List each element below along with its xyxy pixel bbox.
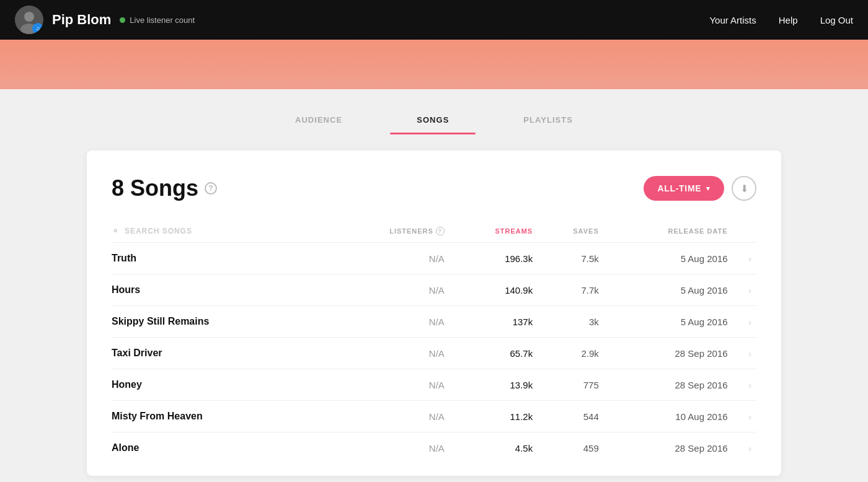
listeners-help-icon[interactable]: ? xyxy=(436,227,445,235)
song-release-date: 5 Aug 2016 xyxy=(604,306,733,338)
avatar: ♫ xyxy=(15,6,43,34)
header-nav: Your Artists Help Log Out xyxy=(709,15,853,25)
song-name: Truth xyxy=(112,243,329,274)
tabs-bar: AUDIENCE SONGS PLAYLISTS xyxy=(0,89,868,133)
song-listeners: N/A xyxy=(329,274,450,306)
song-streams: 137k xyxy=(450,306,538,338)
song-listeners: N/A xyxy=(329,338,450,369)
artist-name: Pip Blom xyxy=(52,12,111,28)
song-row-arrow[interactable]: › xyxy=(733,306,756,338)
chevron-right-icon: › xyxy=(748,349,751,359)
search-input[interactable] xyxy=(125,227,224,235)
live-status: Live listener count xyxy=(120,15,195,25)
song-row-arrow[interactable]: › xyxy=(733,243,756,274)
song-streams: 11.2k xyxy=(450,401,538,432)
header-left: ♫ Pip Blom Live listener count xyxy=(15,6,195,34)
search-wrap: ⚬ xyxy=(112,226,324,236)
song-listeners: N/A xyxy=(329,369,450,401)
song-name: Alone xyxy=(112,432,329,464)
song-row-arrow[interactable]: › xyxy=(733,338,756,369)
chevron-right-icon: › xyxy=(748,254,751,264)
song-release-date: 5 Aug 2016 xyxy=(604,274,733,306)
table-row[interactable]: Taxi Driver N/A 65.7k 2.9k 28 Sep 2016 › xyxy=(112,338,756,369)
song-saves: 459 xyxy=(538,432,604,464)
song-streams: 140.9k xyxy=(450,274,538,306)
col-listeners-header: LISTENERS ? xyxy=(329,220,450,243)
song-name: Taxi Driver xyxy=(112,338,329,369)
song-release-date: 10 Aug 2016 xyxy=(604,401,733,432)
songs-count-title: 8 Songs xyxy=(112,175,198,201)
songs-card: 8 Songs ? ALL-TIME ▾ ⬇ ⚬ xyxy=(87,151,781,476)
song-saves: 3k xyxy=(538,306,604,338)
tab-audience[interactable]: AUDIENCE xyxy=(258,107,379,133)
col-song-name: ⚬ xyxy=(112,220,329,243)
table-row[interactable]: Misty From Heaven N/A 11.2k 544 10 Aug 2… xyxy=(112,401,756,432)
chevron-right-icon: › xyxy=(748,380,751,390)
nav-your-artists[interactable]: Your Artists xyxy=(709,15,756,25)
chevron-right-icon: › xyxy=(748,412,751,422)
songs-header-row: 8 Songs ? ALL-TIME ▾ ⬇ xyxy=(112,175,756,201)
song-streams: 65.7k xyxy=(450,338,538,369)
song-row-arrow[interactable]: › xyxy=(733,369,756,401)
table-row[interactable]: Skippy Still Remains N/A 137k 3k 5 Aug 2… xyxy=(112,306,756,338)
live-label: Live listener count xyxy=(130,15,195,25)
songs-table: ⚬ LISTENERS ? STREAMS SAVES xyxy=(112,220,756,463)
chevron-right-icon: › xyxy=(748,444,751,454)
col-saves-header: SAVES xyxy=(538,220,604,243)
song-saves: 7.7k xyxy=(538,274,604,306)
song-streams: 196.3k xyxy=(450,243,538,274)
song-saves: 2.9k xyxy=(538,338,604,369)
table-row[interactable]: Alone N/A 4.5k 459 28 Sep 2016 › xyxy=(112,432,756,464)
song-row-arrow[interactable]: › xyxy=(733,432,756,464)
col-streams-header: STREAMS xyxy=(450,220,538,243)
song-release-date: 28 Sep 2016 xyxy=(604,369,733,401)
svg-point-1 xyxy=(24,12,34,22)
song-streams: 4.5k xyxy=(450,432,538,464)
alltime-label: ALL-TIME xyxy=(657,183,701,193)
chevron-right-icon: › xyxy=(748,286,751,296)
song-saves: 775 xyxy=(538,369,604,401)
chevron-right-icon: › xyxy=(748,317,751,327)
header-actions: ALL-TIME ▾ ⬇ xyxy=(644,176,756,201)
artist-badge: ♫ xyxy=(32,23,43,34)
main-content: 8 Songs ? ALL-TIME ▾ ⬇ ⚬ xyxy=(0,133,868,482)
song-name: Misty From Heaven xyxy=(112,401,329,432)
song-saves: 7.5k xyxy=(538,243,604,274)
songs-title-wrap: 8 Songs ? xyxy=(112,175,217,201)
tab-playlists[interactable]: PLAYLISTS xyxy=(486,107,610,133)
table-row[interactable]: Truth N/A 196.3k 7.5k 5 Aug 2016 › xyxy=(112,243,756,274)
col-release-date-header: RELEASE DATE xyxy=(604,220,733,243)
nav-log-out[interactable]: Log Out xyxy=(820,15,853,25)
songs-help-icon[interactable]: ? xyxy=(205,182,217,195)
song-release-date: 5 Aug 2016 xyxy=(604,243,733,274)
alltime-button[interactable]: ALL-TIME ▾ xyxy=(644,176,724,201)
song-release-date: 28 Sep 2016 xyxy=(604,432,733,464)
song-row-arrow[interactable]: › xyxy=(733,274,756,306)
song-row-arrow[interactable]: › xyxy=(733,401,756,432)
artist-banner xyxy=(0,40,868,89)
song-listeners: N/A xyxy=(329,243,450,274)
download-icon: ⬇ xyxy=(740,183,748,195)
table-row[interactable]: Hours N/A 140.9k 7.7k 5 Aug 2016 › xyxy=(112,274,756,306)
download-button[interactable]: ⬇ xyxy=(732,176,756,201)
nav-help[interactable]: Help xyxy=(779,15,798,25)
song-streams: 13.9k xyxy=(450,369,538,401)
table-row[interactable]: Honey N/A 13.9k 775 28 Sep 2016 › xyxy=(112,369,756,401)
song-name: Honey xyxy=(112,369,329,401)
live-dot xyxy=(120,17,125,23)
song-name: Skippy Still Remains xyxy=(112,306,329,338)
song-listeners: N/A xyxy=(329,401,450,432)
chevron-down-icon: ▾ xyxy=(706,185,711,193)
song-saves: 544 xyxy=(538,401,604,432)
header: ♫ Pip Blom Live listener count Your Arti… xyxy=(0,0,868,40)
song-name: Hours xyxy=(112,274,329,306)
search-icon: ⚬ xyxy=(112,226,120,236)
song-listeners: N/A xyxy=(329,306,450,338)
col-arrow-header xyxy=(733,220,756,243)
tab-songs[interactable]: SONGS xyxy=(379,107,486,133)
song-listeners: N/A xyxy=(329,432,450,464)
song-release-date: 28 Sep 2016 xyxy=(604,338,733,369)
